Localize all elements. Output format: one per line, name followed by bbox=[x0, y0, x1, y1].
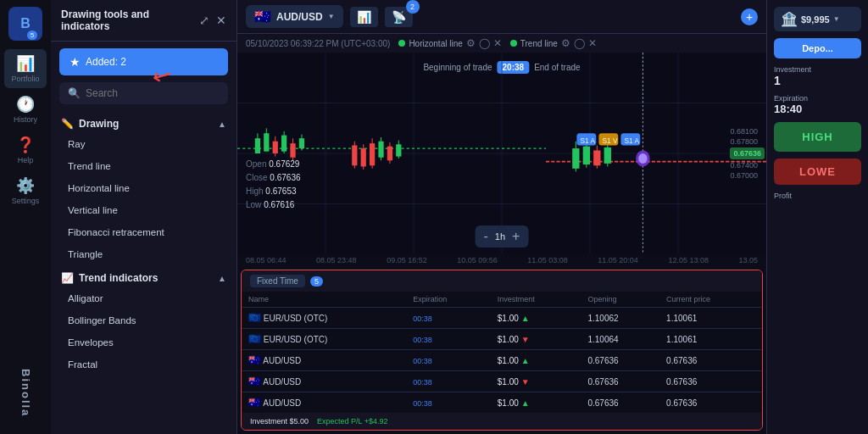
tool-envelopes[interactable]: Envelopes bbox=[51, 331, 236, 353]
h-line-dot bbox=[398, 40, 405, 47]
timestamp-label: 05/10/2023 06:39:22 PM (UTC+03:00) bbox=[246, 39, 390, 48]
row-1-current: 1.10061 bbox=[659, 329, 762, 350]
chart-type-btn[interactable]: 📊 bbox=[350, 7, 378, 27]
positions-panel: Fixed Time 5 Name Expiration Investment … bbox=[241, 270, 763, 431]
h-line-settings[interactable]: ⚙ bbox=[466, 37, 476, 49]
app-logo: B bbox=[8, 7, 42, 41]
sidebar-item-help[interactable]: ❓ Help bbox=[4, 131, 47, 170]
tool-triangle[interactable]: Triangle bbox=[51, 243, 236, 265]
price-label-1: 0.68100 bbox=[730, 127, 765, 136]
time-label-7: 13.05 bbox=[738, 256, 758, 264]
deposit-button[interactable]: Depo... bbox=[774, 38, 861, 58]
tool-bollinger[interactable]: Bollinger Bands bbox=[51, 309, 236, 331]
positions-count: 5 bbox=[310, 276, 323, 287]
logo-text: B bbox=[20, 16, 31, 31]
balance-value: $9,995 bbox=[801, 14, 830, 25]
pair-chevron-icon: ▼ bbox=[328, 13, 335, 20]
panel-header-actions: ⤢ ✕ bbox=[199, 14, 226, 27]
trend-label: Trend indicators bbox=[79, 272, 158, 284]
zoom-controls: - 1h + bbox=[476, 225, 529, 248]
fixed-time-tab[interactable]: Fixed Time bbox=[250, 275, 305, 287]
drawing-section-header[interactable]: ✏️ Drawing ▲ bbox=[51, 111, 236, 133]
investment-value: 1 bbox=[774, 74, 861, 87]
low-label: Low bbox=[246, 200, 261, 209]
sidebar-item-history[interactable]: 🕐 History bbox=[4, 90, 47, 129]
signals-btn[interactable]: 📡 2 bbox=[385, 7, 420, 27]
row-0-investment: $1.00 ▲ bbox=[491, 308, 581, 329]
t-line-eye[interactable]: ◯ bbox=[574, 37, 585, 49]
currency-pair-selector[interactable]: 🇦🇺 AUD/USD ▼ bbox=[246, 5, 343, 28]
tool-trend-line[interactable]: Trend line bbox=[51, 155, 236, 177]
zoom-level: 1h bbox=[495, 231, 505, 242]
row-3-investment: $1.00 ▼ bbox=[491, 371, 581, 392]
table-row: 🇪🇺 EUR/USD (OTC) 00:38 $1.00 ▲ 1.10062 1… bbox=[242, 308, 762, 329]
right-panel: 🏦 $9,995 ▼ Depo... Investment 1 Expirati… bbox=[766, 0, 868, 434]
close-panel-icon[interactable]: ✕ bbox=[216, 14, 226, 27]
row-4-expiry: 00:38 bbox=[406, 392, 491, 414]
drawing-label: Drawing bbox=[79, 118, 119, 130]
chart-header: 🇦🇺 AUD/USD ▼ 📊 📡 2 + bbox=[237, 0, 766, 34]
sidebar-item-settings[interactable]: ⚙️ Settings bbox=[4, 171, 47, 210]
balance-icon: 🏦 bbox=[781, 11, 798, 27]
panel-header: Drawing tools and indicators ⤢ ✕ bbox=[51, 0, 236, 42]
indicator-bar: 05/10/2023 06:39:22 PM (UTC+03:00) Horiz… bbox=[237, 34, 766, 53]
row-2-current: 0.67636 bbox=[659, 350, 762, 371]
profit-section: Profit bbox=[774, 192, 861, 200]
price-label-2: 0.67800 bbox=[730, 137, 765, 146]
sidebar-item-portfolio[interactable]: 📊 Portfolio 5 bbox=[4, 49, 47, 88]
portfolio-badge: 5 bbox=[27, 31, 37, 40]
drawing-section-title: ✏️ Drawing bbox=[61, 118, 119, 130]
row-0-opening: 1.10062 bbox=[581, 308, 659, 329]
tool-alligator[interactable]: Alligator bbox=[51, 287, 236, 309]
sidebar-label-history: History bbox=[14, 115, 37, 124]
time-label-6: 12.05 13:08 bbox=[668, 256, 709, 264]
tool-fractal[interactable]: Fractal bbox=[51, 353, 236, 376]
help-icon: ❓ bbox=[16, 136, 35, 154]
signal-icon: 📡 bbox=[392, 10, 406, 24]
account-balance[interactable]: 🏦 $9,995 ▼ bbox=[774, 7, 861, 31]
col-expiration: Expiration bbox=[406, 292, 491, 308]
sidebar-label-portfolio: Portfolio bbox=[11, 75, 39, 83]
search-bar[interactable]: 🔍 bbox=[59, 82, 228, 104]
horizontal-line-indicator: Horizontal line ⚙ ◯ ✕ bbox=[398, 37, 501, 49]
tool-vertical-line[interactable]: Vertical line bbox=[51, 199, 236, 221]
add-indicator-btn[interactable]: + bbox=[741, 8, 758, 25]
open-label: Open bbox=[246, 159, 266, 169]
table-row: 🇪🇺 EUR/USD (OTC) 00:38 $1.00 ▼ 1.10064 1… bbox=[242, 329, 762, 350]
portfolio-icon: 📊 bbox=[16, 54, 35, 73]
t-line-settings[interactable]: ⚙ bbox=[561, 37, 570, 49]
price-labels: 0.68100 0.67800 0.67636 0.67400 0.67000 bbox=[730, 127, 765, 180]
added-badge[interactable]: ★ Added: 2 bbox=[59, 48, 228, 75]
zoom-in-btn[interactable]: + bbox=[512, 229, 520, 244]
t-line-close[interactable]: ✕ bbox=[588, 37, 597, 49]
high-button[interactable]: HIGH bbox=[774, 122, 861, 152]
h-line-eye[interactable]: ◯ bbox=[479, 37, 490, 49]
row-0-name: 🇪🇺 EUR/USD (OTC) bbox=[242, 308, 406, 329]
trend-icon: 📈 bbox=[61, 272, 74, 284]
low-button[interactable]: LOWE bbox=[774, 159, 861, 185]
search-input[interactable] bbox=[86, 87, 220, 99]
left-sidebar: B 📊 Portfolio 5 🕐 History ❓ Help ⚙️ Sett… bbox=[0, 0, 51, 434]
row-3-name: 🇦🇺 AUD/USD bbox=[242, 371, 406, 392]
tool-horizontal-line[interactable]: Horizontal line bbox=[51, 177, 236, 199]
tool-ray[interactable]: Ray bbox=[51, 133, 236, 155]
high-label: High bbox=[246, 186, 264, 196]
sidebar-label-settings: Settings bbox=[12, 197, 40, 205]
investment-label: Investment bbox=[774, 65, 861, 74]
row-3-expiry: 00:38 bbox=[406, 371, 491, 392]
row-2-opening: 0.67636 bbox=[581, 350, 659, 371]
ohlc-info: Open 0.67629 Close 0.67636 High 0.67653 … bbox=[246, 158, 301, 212]
expiration-section: Expiration 18:40 bbox=[774, 94, 861, 115]
expand-icon[interactable]: ⤢ bbox=[199, 14, 209, 27]
investment-section: Investment 1 bbox=[774, 65, 861, 87]
time-label-5: 11.05 20:04 bbox=[598, 256, 638, 264]
time-label-4: 11.05 03:08 bbox=[527, 256, 568, 264]
tool-fibonacci[interactable]: Fibonacci retracement bbox=[51, 221, 236, 243]
row-2-name: 🇦🇺 AUD/USD bbox=[242, 350, 406, 371]
aud-flag: 🇦🇺 bbox=[254, 8, 271, 25]
zoom-out-btn[interactable]: - bbox=[484, 229, 488, 244]
h-line-label: Horizontal line bbox=[409, 39, 462, 48]
h-line-close[interactable]: ✕ bbox=[493, 37, 502, 49]
balance-chevron-icon: ▼ bbox=[833, 15, 840, 23]
trend-section-header[interactable]: 📈 Trend indicators ▲ bbox=[51, 265, 236, 287]
